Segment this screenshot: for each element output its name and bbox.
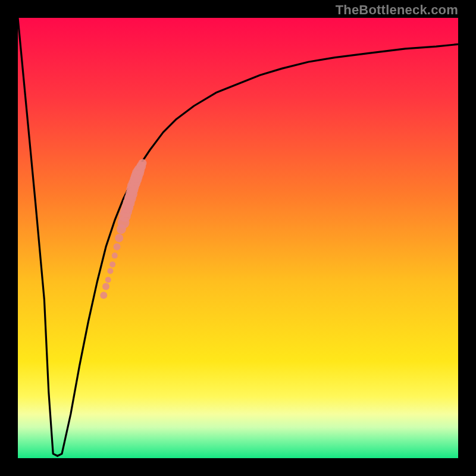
marker-dot (105, 277, 111, 283)
chart-plot (18, 18, 458, 458)
marker-dot (107, 268, 113, 274)
marker-dot (109, 261, 115, 267)
marker-dot (112, 253, 118, 259)
marker-dot (138, 159, 146, 167)
chart-frame: TheBottleneck.com (0, 0, 476, 476)
marker-dot (115, 234, 123, 242)
marker-dot (100, 292, 107, 299)
marker-dot (102, 283, 109, 290)
watermark-text: TheBottleneck.com (336, 2, 458, 18)
marker-dot (114, 243, 121, 250)
